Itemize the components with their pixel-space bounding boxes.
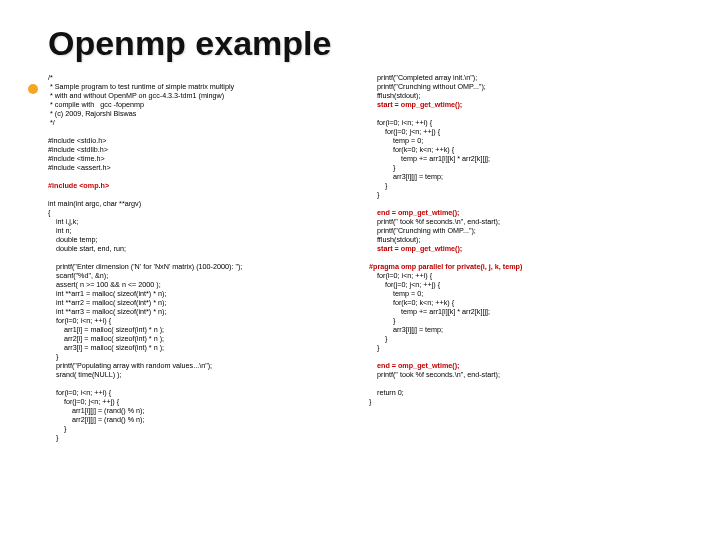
code-line-include-omp: #include <omp.h> [48,181,109,190]
code-line: int i,j,k; [48,217,78,226]
code-line: for(i=0; i<n; ++i) { [369,118,432,127]
code-line: for(i=0; i<n; ++i) { [48,316,111,325]
code-line: printf("Completed array init.\n"); [369,73,477,82]
code-columns: /* * Sample program to test runtime of s… [48,73,672,442]
code-line: for(j=0; j<n; ++j) { [48,397,119,406]
code-line: } [369,343,379,352]
code-line: #include <assert.h> [48,163,111,172]
code-line-wtime-end2: end = omp_get_wtime(); [369,361,459,370]
code-line: for(k=0; k<n; ++k) { [369,298,454,307]
code-line-pragma: #pragma omp parallel for private(i, j, k… [369,262,522,271]
code-line: printf("Populating array with random val… [48,361,212,370]
code-line: } [369,334,387,343]
code-line: } [48,433,58,442]
code-line: srand( time(NULL) ); [48,370,122,379]
code-line: arr2[i][j] = (rand() % n); [48,415,144,424]
code-line-wtime-end: end = omp_get_wtime(); [369,208,459,217]
code-line: } [48,352,58,361]
code-line-wtime-start2: start = omp_get_wtime(); [369,244,462,253]
code-line: } [369,316,395,325]
code-line: arr1[i][j] = (rand() % n); [48,406,144,415]
code-line: int n; [48,226,72,235]
code-line: return 0; [369,388,404,397]
slide: Openmp example /* * Sample program to te… [0,0,720,540]
code-line: printf(" took %f seconds.\n", end-start)… [369,217,500,226]
code-line: #include <time.h> [48,154,105,163]
code-line: } [369,181,387,190]
code-line: temp += arr1[i][k] * arr2[k][j]; [369,307,490,316]
code-line: } [48,424,66,433]
code-line: printf(" took %f seconds.\n", end-start)… [369,370,500,379]
code-line: * compile with gcc -fopenmp [48,100,144,109]
code-line: temp += arr1[i][k] * arr2[k][j]; [369,154,490,163]
code-line: * Sample program to test runtime of simp… [48,82,234,91]
code-line: int **arr2 = malloc( sizeof(int*) * n); [48,298,166,307]
code-line: int **arr1 = malloc( sizeof(int*) * n); [48,289,166,298]
code-line: /* [48,73,53,82]
code-line: for(i=0; i<n; ++i) { [48,388,111,397]
slide-title: Openmp example [48,24,672,63]
code-line: temp = 0; [369,289,423,298]
code-line: printf("Crunching with OMP..."); [369,226,476,235]
code-line: fflush(stdout); [369,91,420,100]
code-line: fflush(stdout); [369,235,420,244]
code-line: * (c) 2009, Rajorshi Biswas [48,109,136,118]
bullet-icon [28,84,38,94]
code-line: * with and without OpenMP on gcc-4.3.3-t… [48,91,224,100]
code-line: } [369,163,395,172]
code-left: /* * Sample program to test runtime of s… [48,73,351,442]
code-line: arr3[i] = malloc( sizeof(int) * n ); [48,343,164,352]
code-line: { [48,208,50,217]
code-line: arr3[i][j] = temp; [369,172,443,181]
code-line: scanf("%d", &n); [48,271,108,280]
code-line: assert( n >= 100 && n <= 2000 ); [48,280,161,289]
code-line: temp = 0; [369,136,423,145]
code-line: for(j=0; j<n; ++j) { [369,280,440,289]
code-line-wtime-start: start = omp_get_wtime(); [369,100,462,109]
code-line: arr1[i] = malloc( sizeof(int) * n ); [48,325,164,334]
code-line: for(i=0; i<n; ++i) { [369,271,432,280]
code-line: printf("Enter dimension ('N' for 'NxN' m… [48,262,242,271]
code-line: double temp; [48,235,98,244]
code-line: double start, end, run; [48,244,126,253]
code-right: printf("Completed array init.\n"); print… [369,73,672,442]
code-line: int main(int argc, char **argv) [48,199,141,208]
code-line: #include <stdio.h> [48,136,106,145]
code-line: for(k=0; k<n; ++k) { [369,145,454,154]
code-line: } [369,397,371,406]
code-line: arr2[i] = malloc( sizeof(int) * n ); [48,334,164,343]
code-line: for(j=0; j<n; ++j) { [369,127,440,136]
code-line: arr3[i][j] = temp; [369,325,443,334]
code-line: printf("Crunching without OMP..."); [369,82,486,91]
code-line: */ [48,118,55,127]
code-line: } [369,190,379,199]
code-line: #include <stdlib.h> [48,145,108,154]
code-line: int **arr3 = malloc( sizeof(int*) * n); [48,307,166,316]
